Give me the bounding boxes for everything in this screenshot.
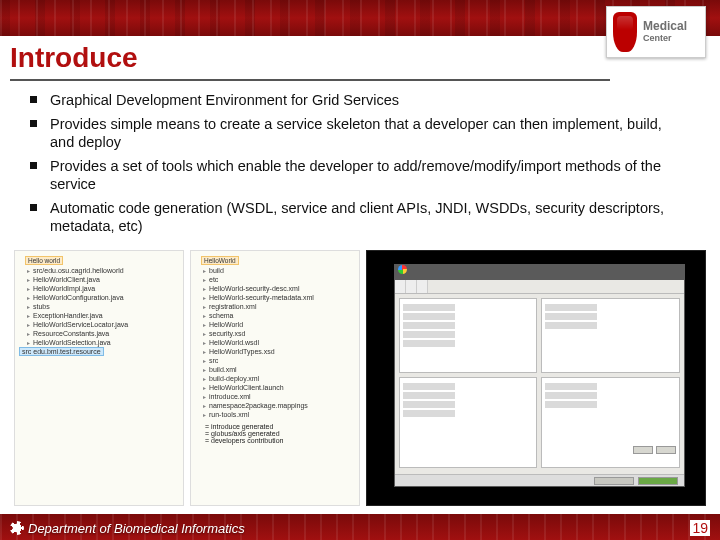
app-tab [406,280,417,293]
tree-node: introduce.xml [195,392,355,401]
tree-root: Hello world [25,256,63,265]
bullet-item: Provides simple means to create a servic… [30,115,680,152]
bullet-item: Graphical Development Environment for Gr… [30,91,680,110]
tree-node: HelloWorldConfiguration.java [19,293,179,302]
tree-node: namespace2package.mappings [195,401,355,410]
app-panel [541,377,679,468]
tree-node: build [195,266,355,275]
app-panel [399,377,537,468]
tree-node: schema [195,311,355,320]
tree-node: HelloWorldSelection.java [19,338,179,347]
tree-node: security.xsd [195,329,355,338]
tree-root: HelloWorld [201,256,239,265]
app-tab [395,280,406,293]
legend-item: globus/axis generated [195,430,355,437]
bullet-list: Graphical Development Environment for Gr… [30,91,680,236]
tree-node: etc [195,275,355,284]
package-explorer-1: Hello world src/edu.osu.cagrid.helloworl… [14,250,184,506]
project-tree-2-col: HelloWorld build etc HelloWorld-security… [190,250,360,506]
tree-legend: introduce generated globus/axis generate… [195,423,355,444]
app-panel [399,298,537,374]
bullet-item: Provides a set of tools which enable the… [30,157,680,194]
app-window [394,264,685,488]
bullet-item: Automatic code generation (WSDL, service… [30,199,680,236]
legend-item: introduce generated [195,423,355,430]
tree-node: HelloWorldClient.java [19,275,179,284]
tree-node: src [195,356,355,365]
tree-node: HelloWorld-security-desc.xml [195,284,355,293]
figure-row: Hello world src/edu.osu.cagrid.helloworl… [14,250,706,506]
app-tab [417,280,428,293]
tree-node: HelloWorldTypes.xsd [195,347,355,356]
logo-badge: Medical Center [606,6,706,58]
page-number: 19 [690,520,710,536]
department-text: Department of Biomedical Informatics [28,521,245,536]
department-label: Department of Biomedical Informatics [10,521,245,536]
logo-line1: Medical [643,19,687,33]
tree-node: HelloWorldClient.launch [195,383,355,392]
tree-node: HelloWorld-security-metadata.xml [195,293,355,302]
legend-item: developers contribution [195,437,355,444]
status-button [638,477,678,485]
app-body [395,294,684,473]
app-statusbar [395,474,684,486]
tree-node: HelloWorld.wsdl [195,338,355,347]
tree-node: src/edu.osu.cagrid.helloworld [19,266,179,275]
tree-node: HelloWorldImpl.java [19,284,179,293]
app-tabs [395,280,684,294]
tree-selected: src edu.bmi.test.resource [19,347,104,356]
package-explorer-2: HelloWorld build etc HelloWorld-security… [190,250,360,506]
ohio-state-logo-icon [613,12,637,52]
app-panel [541,298,679,374]
toolkit-screenshot [366,250,706,506]
tree-node: run-tools.xml [195,410,355,419]
tree-node: ResourceConstants.java [19,329,179,338]
content-area: Graphical Development Environment for Gr… [0,81,720,236]
tree-node: stubs [19,302,179,311]
status-button [594,477,634,485]
tree-node: ExceptionHandler.java [19,311,179,320]
sun-icon [10,521,24,535]
tree-node: build-deploy.xml [195,374,355,383]
tree-node: HelloWorld [195,320,355,329]
tree-node: HelloWorldServiceLocator.java [19,320,179,329]
logo-text: Medical Center [643,20,687,43]
tree-node: build.xml [195,365,355,374]
tree-node: registration.xml [195,302,355,311]
logo-line2: Center [643,34,687,44]
project-trees: Hello world src/edu.osu.cagrid.helloworl… [14,250,184,506]
